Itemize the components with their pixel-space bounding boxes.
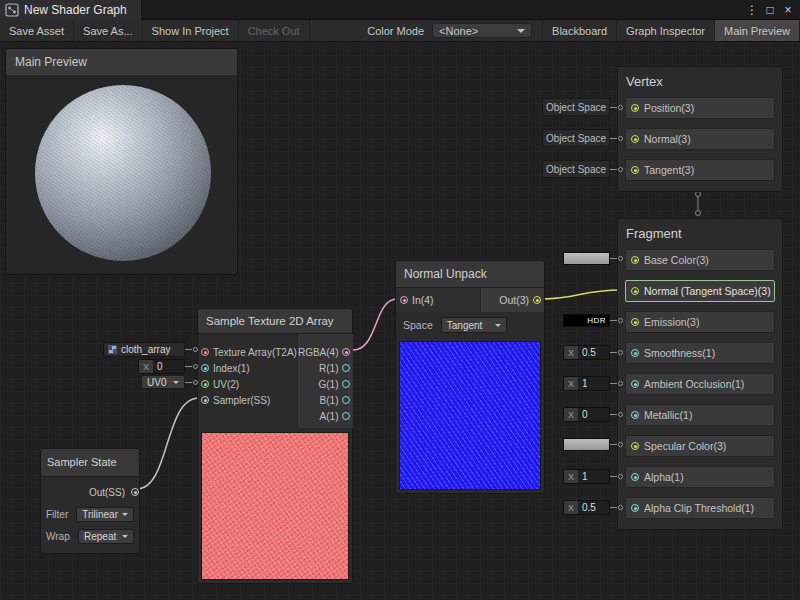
- field-value[interactable]: 1: [578, 471, 592, 482]
- block-tangent[interactable]: Tangent(3): [625, 159, 775, 181]
- widget-port-dot[interactable]: [193, 347, 198, 352]
- input-row-sampler[interactable]: Sampler(SS): [201, 392, 297, 408]
- index-port[interactable]: [201, 364, 209, 372]
- metallic-field[interactable]: X 0: [563, 407, 610, 422]
- color-mode-dropdown[interactable]: <None>: [432, 23, 532, 38]
- field-value[interactable]: 1: [578, 378, 592, 389]
- base-color-port[interactable]: [631, 256, 639, 264]
- filter-dropdown[interactable]: Trilinear: [76, 507, 134, 522]
- field-value[interactable]: 0.5: [578, 347, 600, 358]
- widget-port-dot[interactable]: [618, 412, 623, 417]
- block-base-color[interactable]: Base Color(3): [625, 249, 775, 271]
- uv-port[interactable]: [201, 380, 209, 388]
- main-preview-toggle-button[interactable]: Main Preview: [715, 20, 800, 41]
- widget-port-dot[interactable]: [618, 474, 623, 479]
- input-row-in[interactable]: In(4): [396, 288, 480, 312]
- main-preview-panel[interactable]: Main Preview: [5, 48, 238, 275]
- check-out-button[interactable]: Check Out: [239, 20, 310, 41]
- normal-space-dropdown[interactable]: Object Space: [542, 129, 610, 147]
- widget-port-dot[interactable]: [193, 364, 198, 369]
- widget-port-dot[interactable]: [618, 256, 623, 261]
- sampler-port[interactable]: [201, 396, 209, 404]
- output-row-r[interactable]: R(1): [298, 360, 351, 376]
- widget-port-dot[interactable]: [618, 350, 623, 355]
- output-row-out[interactable]: Out(3): [480, 288, 544, 312]
- ambient-occlusion-port[interactable]: [631, 380, 639, 388]
- b-port[interactable]: [342, 396, 350, 404]
- block-specular-color[interactable]: Specular Color(3): [625, 435, 775, 457]
- emission-port[interactable]: [631, 318, 639, 326]
- smoothness-port[interactable]: [631, 349, 639, 357]
- main-preview-header[interactable]: Main Preview: [6, 49, 237, 75]
- widget-port-dot[interactable]: [618, 318, 623, 323]
- output-row-out-ss[interactable]: Out(SS): [41, 483, 139, 501]
- r-port[interactable]: [342, 364, 350, 372]
- normal-tangent-port[interactable]: [631, 287, 639, 295]
- specular-color-swatch[interactable]: [563, 438, 610, 451]
- emission-hdr-swatch[interactable]: HDR: [563, 314, 610, 327]
- out-port[interactable]: [533, 296, 541, 304]
- field-value[interactable]: 0: [153, 361, 167, 372]
- field-value[interactable]: 0: [578, 409, 592, 420]
- widget-port-dot[interactable]: [193, 380, 198, 385]
- ambient-occlusion-field[interactable]: X 1: [563, 376, 610, 391]
- save-asset-button[interactable]: Save Asset: [0, 20, 74, 41]
- block-alpha[interactable]: Alpha(1): [625, 466, 775, 488]
- maximize-icon[interactable]: □: [762, 2, 778, 18]
- widget-port-dot[interactable]: [618, 442, 623, 447]
- close-icon[interactable]: ×: [780, 2, 796, 18]
- alpha-clip-field[interactable]: X 0.5: [563, 500, 610, 515]
- uv-channel-dropdown[interactable]: UV0: [141, 375, 185, 389]
- output-row-a[interactable]: A(1): [298, 408, 351, 424]
- texture-array-port[interactable]: [201, 348, 209, 356]
- tangent-port[interactable]: [631, 166, 639, 174]
- normal-port[interactable]: [631, 135, 639, 143]
- vertex-context-node[interactable]: Vertex Position(3) Normal(3) Tangent(3): [617, 66, 783, 192]
- block-metallic[interactable]: Metallic(1): [625, 404, 775, 426]
- blackboard-toggle-button[interactable]: Blackboard: [542, 20, 617, 41]
- widget-port-dot[interactable]: [618, 167, 623, 172]
- window-tab[interactable]: New Shader Graph: [0, 0, 141, 20]
- output-row-rgba[interactable]: RGBA(4): [298, 344, 351, 360]
- alpha-clip-port[interactable]: [631, 504, 639, 512]
- space-dropdown[interactable]: Tangent: [441, 317, 507, 333]
- shader-preview-sphere[interactable]: [35, 85, 211, 261]
- in-port[interactable]: [400, 296, 408, 304]
- sample-texture-preview[interactable]: [201, 432, 349, 580]
- position-port[interactable]: [631, 104, 639, 112]
- input-row-uv[interactable]: UV(2): [201, 376, 297, 392]
- normal-unpack-node[interactable]: Normal Unpack In(4) Out(3) Space Tangent: [395, 260, 545, 494]
- a-port[interactable]: [342, 412, 350, 420]
- block-normal[interactable]: Normal(3): [625, 128, 775, 150]
- block-normal-tangent-space[interactable]: Normal (Tangent Space)(3): [625, 280, 775, 302]
- block-smoothness[interactable]: Smoothness(1): [625, 342, 775, 364]
- input-row-texture-array[interactable]: Texture Array(T2A): [201, 344, 297, 360]
- block-position[interactable]: Position(3): [625, 97, 775, 119]
- field-value[interactable]: 0.5: [578, 502, 600, 513]
- alpha-field[interactable]: X 1: [563, 469, 610, 484]
- texture-asset-field[interactable]: cloth_array: [103, 342, 185, 357]
- widget-port-dot[interactable]: [618, 105, 623, 110]
- block-ambient-occlusion[interactable]: Ambient Occlusion(1): [625, 373, 775, 395]
- menu-kebab-icon[interactable]: ⋮: [744, 2, 760, 18]
- output-row-g[interactable]: G(1): [298, 376, 351, 392]
- widget-port-dot[interactable]: [618, 505, 623, 510]
- metallic-port[interactable]: [631, 411, 639, 419]
- widget-port-dot[interactable]: [618, 136, 623, 141]
- index-field[interactable]: X 0: [138, 359, 185, 374]
- base-color-swatch[interactable]: [563, 252, 610, 265]
- widget-port-dot[interactable]: [618, 381, 623, 386]
- show-in-project-button[interactable]: Show In Project: [143, 20, 239, 41]
- wrap-dropdown[interactable]: Repeat: [78, 529, 134, 544]
- output-row-b[interactable]: B(1): [298, 392, 351, 408]
- out-ss-port[interactable]: [131, 488, 139, 496]
- sample-texture-2d-array-node[interactable]: Sample Texture 2D Array Texture Array(T2…: [197, 308, 353, 584]
- tangent-space-dropdown[interactable]: Object Space: [542, 160, 610, 178]
- sampler-state-node[interactable]: Sampler State Out(SS) Filter Trilinear W…: [40, 448, 140, 554]
- specular-color-port[interactable]: [631, 442, 639, 450]
- block-alpha-clip-threshold[interactable]: Alpha Clip Threshold(1): [625, 497, 775, 519]
- g-port[interactable]: [342, 380, 350, 388]
- save-as-button[interactable]: Save As...: [74, 20, 143, 41]
- smoothness-field[interactable]: X 0.5: [563, 345, 610, 360]
- alpha-port[interactable]: [631, 473, 639, 481]
